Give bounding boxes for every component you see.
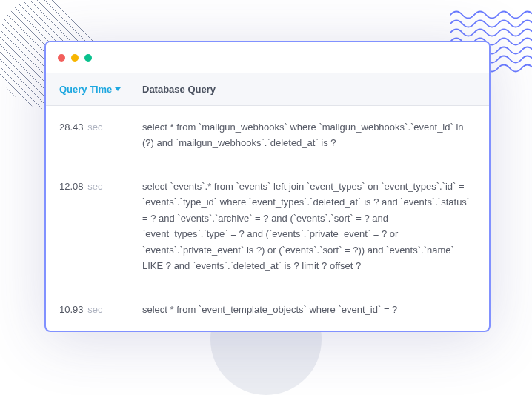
sort-descending-icon bbox=[115, 87, 121, 91]
query-time-cell: 28.43 sec bbox=[59, 119, 142, 151]
time-unit: sec bbox=[87, 181, 102, 192]
table-header: Query Time Database Query bbox=[46, 73, 489, 106]
query-cell: select `events`.* from `events` left joi… bbox=[142, 179, 476, 274]
column-header-query-time[interactable]: Query Time bbox=[59, 84, 142, 95]
query-cell: select * from `mailgun_webhooks` where `… bbox=[142, 119, 476, 151]
window-titlebar bbox=[46, 42, 489, 73]
close-icon[interactable] bbox=[58, 54, 65, 62]
column-header-database-query[interactable]: Database Query bbox=[142, 84, 476, 95]
query-time-label: Query Time bbox=[59, 84, 112, 95]
maximize-icon[interactable] bbox=[84, 54, 92, 62]
query-window: Query Time Database Query 28.43 sec sele… bbox=[44, 41, 491, 332]
svg-line-18 bbox=[0, 0, 44, 111]
database-query-label: Database Query bbox=[142, 84, 216, 95]
time-value: 12.08 bbox=[59, 181, 84, 192]
minimize-icon[interactable] bbox=[71, 54, 79, 62]
query-time-cell: 12.08 sec bbox=[59, 179, 142, 274]
time-value: 28.43 bbox=[59, 122, 84, 133]
query-cell: select * from `event_template_objects` w… bbox=[142, 302, 476, 317]
time-unit: sec bbox=[87, 122, 102, 133]
table-row: 28.43 sec select * from `mailgun_webhook… bbox=[46, 106, 489, 165]
time-value: 10.93 bbox=[59, 304, 84, 315]
query-time-cell: 10.93 sec bbox=[59, 302, 142, 317]
table-row: 10.93 sec select * from `event_template_… bbox=[46, 288, 489, 331]
time-unit: sec bbox=[87, 304, 102, 315]
table-row: 12.08 sec select `events`.* from `events… bbox=[46, 165, 489, 288]
